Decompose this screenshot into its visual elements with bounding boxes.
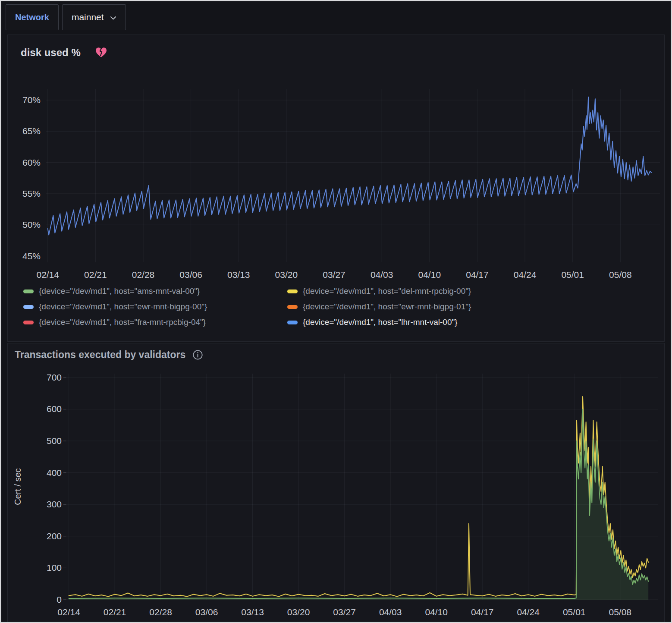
svg-text:02/28: 02/28 [132, 270, 155, 280]
series-color-chip [287, 305, 298, 309]
svg-text:04/03: 04/03 [371, 270, 393, 280]
legend-item[interactable]: {device="/dev/md1", host="ams-mnt-val-00… [23, 286, 287, 296]
legend-item-label: {device="/dev/md1", host="ams-mnt-val-00… [39, 286, 200, 296]
legend-item-label: {device="/dev/md1", host="ewr-mnt-bigpg-… [303, 302, 471, 312]
svg-text:04/03: 04/03 [379, 607, 402, 617]
series-color-chip [287, 289, 298, 293]
transactions-panel-header: Transactions executed by validators [8, 343, 664, 361]
svg-text:03/13: 03/13 [227, 270, 250, 280]
svg-text:05/08: 05/08 [609, 607, 631, 617]
disk-used-panel-header: disk used % [8, 35, 664, 59]
svg-text:03/06: 03/06 [195, 607, 218, 617]
network-variable-label-text: Network [15, 13, 49, 22]
legend-item[interactable]: {device="/dev/md1", host="del-mnt-rpcbig… [287, 286, 664, 296]
svg-text:02/21: 02/21 [104, 607, 126, 617]
svg-text:03/13: 03/13 [241, 607, 264, 617]
info-icon[interactable] [192, 349, 203, 360]
svg-text:04/10: 04/10 [425, 607, 448, 617]
network-variable-dropdown[interactable]: mainnet [62, 4, 126, 30]
svg-text:03/20: 03/20 [275, 270, 298, 280]
svg-text:04/24: 04/24 [514, 270, 537, 280]
svg-text:300: 300 [47, 499, 62, 509]
svg-text:04/17: 04/17 [466, 270, 489, 280]
svg-text:04/10: 04/10 [418, 270, 441, 280]
svg-text:03/27: 03/27 [323, 270, 345, 280]
legend-item-label: {device="/dev/md1", host="fra-mnt-rpcbig… [39, 318, 206, 327]
variable-bar: Network mainnet [1, 1, 671, 31]
svg-text:03/27: 03/27 [333, 607, 356, 617]
legend-item-label: {device="/dev/md1", host="lhr-mnt-val-00… [303, 318, 458, 327]
series-color-chip [23, 289, 34, 293]
legend-item[interactable]: {device="/dev/md1", host="ewr-mnt-bigpg-… [23, 302, 287, 312]
disk-used-legend: {device="/dev/md1", host="ams-mnt-val-00… [8, 283, 664, 327]
chevron-down-icon [110, 16, 116, 20]
svg-text:02/14: 02/14 [36, 270, 59, 280]
network-variable-value: mainnet [72, 12, 104, 22]
svg-text:600: 600 [47, 404, 62, 414]
transactions-panel-title[interactable]: Transactions executed by validators [15, 349, 185, 361]
legend-item-label: {device="/dev/md1", host="ewr-mnt-bigpg-… [39, 302, 207, 312]
svg-text:65%: 65% [22, 126, 41, 136]
svg-text:0: 0 [57, 595, 62, 604]
svg-text:45%: 45% [22, 251, 41, 261]
svg-text:05/08: 05/08 [609, 270, 632, 280]
svg-text:05/01: 05/01 [563, 607, 586, 617]
transactions-panel: Transactions executed by validators 02/1… [7, 343, 665, 623]
svg-text:03/06: 03/06 [179, 270, 202, 280]
svg-text:04/17: 04/17 [471, 607, 494, 617]
legend-item[interactable]: {device="/dev/md1", host="lhr-mnt-val-00… [287, 318, 664, 327]
svg-text:100: 100 [47, 563, 62, 573]
disk-used-panel-title[interactable]: disk used % [21, 46, 81, 59]
svg-text:700: 700 [47, 372, 62, 382]
svg-text:02/28: 02/28 [149, 607, 172, 617]
svg-text:55%: 55% [22, 189, 41, 198]
svg-text:04/24: 04/24 [517, 607, 540, 617]
svg-text:200: 200 [47, 531, 62, 541]
svg-text:05/01: 05/01 [561, 270, 584, 280]
svg-text:02/14: 02/14 [57, 607, 80, 617]
svg-text:500: 500 [47, 436, 62, 446]
legend-item[interactable]: {device="/dev/md1", host="ewr-mnt-bigpg-… [287, 302, 664, 312]
transactions-chart[interactable]: 02/1402/2102/2803/0603/1303/2003/2704/03… [8, 363, 666, 620]
svg-text:02/21: 02/21 [84, 270, 107, 280]
grafana-dashboard: Network mainnet disk used % 02/1402/2102… [0, 0, 672, 623]
heart-break-icon [95, 47, 107, 58]
legend-item[interactable]: {device="/dev/md1", host="fra-mnt-rpcbig… [23, 318, 287, 327]
disk-used-panel: disk used % 02/1402/2102/2803/0603/1303/… [7, 35, 665, 342]
network-variable-label: Network [6, 4, 59, 30]
svg-text:03/20: 03/20 [287, 607, 310, 617]
svg-text:70%: 70% [22, 95, 41, 105]
disk-used-chart[interactable]: 02/1402/2102/2803/0603/1303/2003/2704/03… [8, 67, 667, 283]
svg-text:Cert / sec: Cert / sec [13, 468, 22, 505]
legend-item-label: {device="/dev/md1", host="del-mnt-rpcbig… [303, 286, 471, 296]
svg-text:50%: 50% [22, 220, 41, 230]
svg-text:60%: 60% [22, 157, 41, 167]
series-color-chip [287, 321, 298, 324]
series-color-chip [23, 305, 34, 309]
series-color-chip [23, 321, 34, 324]
svg-text:400: 400 [47, 468, 62, 478]
